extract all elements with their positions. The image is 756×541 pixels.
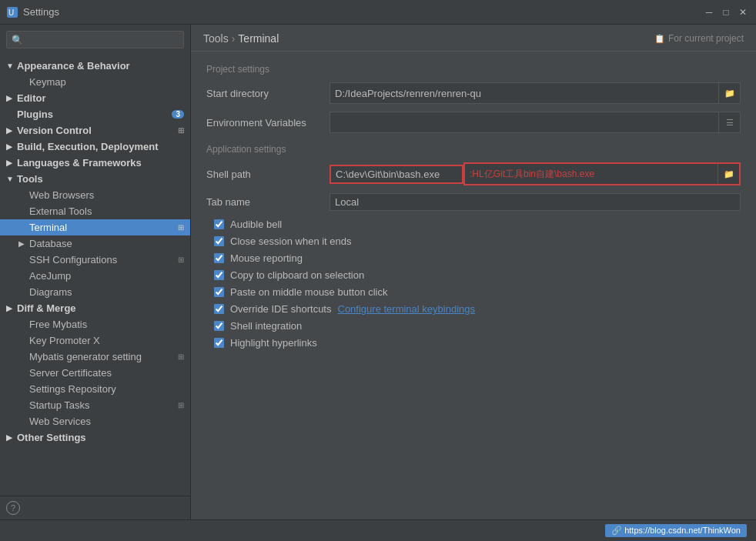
sidebar-item-terminal[interactable]: Terminal ⊞ bbox=[0, 219, 190, 235]
title-bar: U Settings ─ □ ✕ bbox=[0, 0, 756, 25]
start-directory-browse-button[interactable]: 📁 bbox=[718, 83, 740, 103]
checkbox-mouse-reporting: Mouse reporting bbox=[206, 252, 741, 264]
main-container: 🔍 ▼ Appearance & Behavior Keymap ▶ Edito… bbox=[0, 25, 756, 519]
sidebar-item-vcs[interactable]: ▶ Version Control ⊞ bbox=[0, 122, 190, 139]
close-session-checkbox[interactable] bbox=[214, 236, 224, 246]
sidebar-item-startup-tasks[interactable]: Startup Tasks ⊞ bbox=[0, 397, 190, 413]
start-directory-input[interactable] bbox=[330, 85, 718, 102]
paste-middle-checkbox[interactable] bbox=[214, 287, 224, 297]
sidebar-item-web-services[interactable]: Web Services bbox=[0, 413, 190, 429]
sidebar-item-plugins[interactable]: Plugins 3 bbox=[0, 106, 190, 122]
help-button[interactable]: ? bbox=[6, 501, 20, 515]
checkbox-highlight-hyperlinks: Highlight hyperlinks bbox=[206, 337, 741, 349]
tab-name-input[interactable] bbox=[330, 194, 740, 210]
sidebar-item-languages[interactable]: ▶ Languages & Frameworks bbox=[0, 155, 190, 171]
sidebar-item-free-mybatis[interactable]: Free Mybatis bbox=[0, 316, 190, 332]
sidebar-item-server-certs[interactable]: Server Certificates bbox=[0, 365, 190, 381]
content-panel: Tools › Terminal 📋 For current project P… bbox=[191, 25, 756, 519]
arrow-icon: ▶ bbox=[6, 304, 17, 312]
vcs-icon: ⊞ bbox=[178, 126, 184, 135]
shell-integration-checkbox[interactable] bbox=[214, 321, 224, 331]
arrow-icon: ▼ bbox=[6, 62, 17, 70]
bottom-bar: 🔗 https://blog.csdn.net/ThinkWon bbox=[0, 519, 756, 541]
plugins-badge: 3 bbox=[172, 110, 184, 119]
mouse-reporting-checkbox[interactable] bbox=[214, 253, 224, 263]
override-ide-checkbox[interactable] bbox=[214, 304, 224, 314]
sidebar-item-keymap[interactable]: Keymap bbox=[0, 74, 190, 90]
sidebar-item-web-browsers[interactable]: Web Browsers bbox=[0, 187, 190, 203]
arrow-icon: ▶ bbox=[6, 433, 17, 442]
project-settings-label: Project settings bbox=[206, 64, 741, 75]
start-directory-row: Start directory 📁 bbox=[206, 82, 741, 104]
env-vars-label: Environment Variables bbox=[206, 117, 329, 129]
shell-path-browse-button[interactable]: 📁 bbox=[718, 164, 739, 184]
env-vars-input[interactable] bbox=[330, 115, 718, 131]
startup-icon: ⊞ bbox=[178, 401, 184, 409]
csdn-link[interactable]: 🔗 https://blog.csdn.net/ThinkWon bbox=[605, 524, 747, 537]
breadcrumb-parent: Tools bbox=[203, 32, 229, 45]
sidebar-item-acejump[interactable]: AceJump bbox=[0, 268, 190, 284]
tab-name-input-wrapper bbox=[329, 193, 741, 211]
terminal-icon: ⊞ bbox=[178, 223, 184, 232]
search-icon: 🔍 bbox=[12, 35, 23, 45]
app-icon: U bbox=[6, 6, 18, 18]
sidebar-item-database[interactable]: ▶ Database bbox=[0, 235, 190, 252]
checkboxes-container: Audible bell Close session when it ends … bbox=[206, 219, 741, 349]
mybatis-icon: ⊞ bbox=[178, 352, 184, 361]
checkbox-override-ide: Override IDE shortcuts Configure termina… bbox=[206, 303, 741, 315]
checkbox-paste-middle: Paste on middle mouse button click bbox=[206, 286, 741, 298]
tab-name-label: Tab name bbox=[206, 196, 329, 208]
sidebar: 🔍 ▼ Appearance & Behavior Keymap ▶ Edito… bbox=[0, 25, 191, 519]
content-body: Project settings Start directory 📁 Envir… bbox=[191, 52, 756, 519]
svg-text:U: U bbox=[8, 8, 14, 17]
sidebar-item-editor[interactable]: ▶ Editor bbox=[0, 90, 190, 106]
shell-path-label: Shell path bbox=[206, 169, 329, 180]
sidebar-item-diagrams[interactable]: Diagrams bbox=[0, 284, 190, 300]
search-box[interactable]: 🔍 bbox=[6, 31, 184, 48]
shell-path-right-text: :HL亿Git工具bin自建\bash.exe bbox=[465, 165, 718, 183]
copy-clipboard-checkbox[interactable] bbox=[214, 270, 224, 280]
breadcrumb-current: Terminal bbox=[238, 32, 279, 45]
sidebar-item-appearance[interactable]: ▼ Appearance & Behavior bbox=[0, 58, 190, 74]
app-settings-label: Application settings bbox=[206, 144, 741, 155]
for-current-project[interactable]: 📋 For current project bbox=[654, 33, 744, 44]
arrow-icon: ▶ bbox=[18, 239, 29, 248]
sidebar-item-ssh[interactable]: SSH Configurations ⊞ bbox=[0, 252, 190, 268]
configure-keybindings-link[interactable]: Configure terminal keybindings bbox=[338, 303, 475, 315]
highlight-hyperlinks-checkbox[interactable] bbox=[214, 338, 224, 348]
sidebar-item-mybatis-gen[interactable]: Mybatis generator setting ⊞ bbox=[0, 349, 190, 365]
sidebar-item-build[interactable]: ▶ Build, Execution, Deployment bbox=[0, 139, 190, 155]
checkbox-copy-clipboard: Copy to clipboard on selection bbox=[206, 269, 741, 281]
sidebar-item-settings-repo[interactable]: Settings Repository bbox=[0, 381, 190, 397]
checkbox-shell-integration: Shell integration bbox=[206, 320, 741, 332]
minimize-button[interactable]: ─ bbox=[702, 5, 716, 19]
shell-path-row: Shell path :HL亿Git工具bin自建\bash.exe 📁 bbox=[206, 162, 741, 185]
env-vars-row: Environment Variables ☰ bbox=[206, 112, 741, 133]
audible-bell-checkbox[interactable] bbox=[214, 219, 224, 229]
tab-name-row: Tab name bbox=[206, 193, 741, 211]
close-button[interactable]: ✕ bbox=[736, 5, 750, 19]
sidebar-item-tools[interactable]: ▼ Tools bbox=[0, 171, 190, 187]
arrow-icon: ▶ bbox=[6, 142, 17, 151]
sidebar-item-other[interactable]: ▶ Other Settings bbox=[0, 429, 190, 446]
nav-tree: ▼ Appearance & Behavior Keymap ▶ Editor … bbox=[0, 55, 190, 496]
start-directory-label: Start directory bbox=[206, 88, 329, 99]
ssh-icon: ⊞ bbox=[178, 255, 184, 264]
shell-path-input[interactable] bbox=[331, 166, 462, 182]
shell-path-inputs: :HL亿Git工具bin自建\bash.exe 📁 bbox=[329, 162, 741, 185]
breadcrumb-separator: › bbox=[232, 32, 236, 45]
sidebar-item-diff[interactable]: ▶ Diff & Merge bbox=[0, 300, 190, 316]
content-header: Tools › Terminal 📋 For current project bbox=[191, 25, 756, 52]
maximize-button[interactable]: □ bbox=[719, 5, 733, 19]
env-vars-browse-button[interactable]: ☰ bbox=[718, 112, 740, 132]
checkbox-audible-bell: Audible bell bbox=[206, 219, 741, 230]
checkbox-close-session: Close session when it ends bbox=[206, 235, 741, 247]
shell-path-right-wrapper: :HL亿Git工具bin自建\bash.exe 📁 bbox=[463, 162, 741, 185]
window-controls: ─ □ ✕ bbox=[702, 5, 750, 19]
arrow-icon: ▶ bbox=[6, 159, 17, 167]
start-directory-input-wrapper: 📁 bbox=[329, 82, 741, 104]
sidebar-item-key-promoter[interactable]: Key Promoter X bbox=[0, 332, 190, 349]
sidebar-bottom: ? bbox=[0, 496, 190, 519]
sidebar-item-external-tools[interactable]: External Tools bbox=[0, 203, 190, 219]
search-input[interactable] bbox=[26, 34, 179, 45]
